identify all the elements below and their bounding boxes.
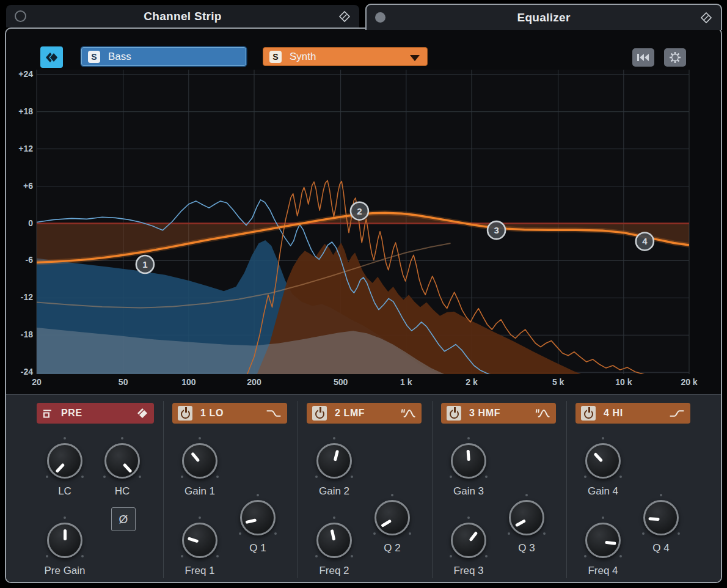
db-tick-label: +24	[7, 69, 33, 79]
phase-invert-label: Ø	[119, 513, 128, 526]
q-label: Q 2	[356, 542, 429, 554]
tab-equalizer[interactable]: Equalizer	[365, 4, 722, 30]
equalizer-window: Channel Strip Equalizer S Bass S Synth	[0, 0, 727, 588]
q-label: Q 4	[624, 542, 698, 554]
band-section-1: 1 LO Gain 1 Freq 1	[166, 395, 301, 582]
band-power-button[interactable]	[581, 406, 596, 421]
preset-diamond-icon[interactable]	[136, 407, 148, 419]
freq-label: Freq 1	[163, 565, 236, 577]
pre-header[interactable]: PRE	[37, 403, 154, 424]
frequency-tick-label: 10 k	[604, 377, 643, 387]
band-section-4: 4 HI Gain 4 Freq 4	[569, 395, 704, 582]
svg-text:2: 2	[357, 206, 362, 216]
gain-label: Gain 1	[163, 485, 236, 498]
freq-label: Freq 4	[566, 565, 640, 577]
pre-gain-label: Pre Gain	[28, 565, 101, 577]
frequency-tick-label: 2 k	[452, 377, 491, 387]
q-knob[interactable]	[637, 493, 685, 542]
eq-band-handle-4[interactable]: 4	[636, 232, 654, 250]
frequency-tick-label: 200	[235, 377, 274, 387]
eq-band-handle-1[interactable]: 1	[136, 255, 154, 273]
band-header-label: 2 LMF	[335, 408, 365, 419]
frequency-tick-label: 500	[321, 377, 360, 387]
q-knob[interactable]	[368, 493, 417, 542]
band-header-label: 1 LO	[200, 408, 224, 419]
pre-gain-knob[interactable]	[40, 516, 89, 565]
band-header[interactable]: 1 LO	[172, 403, 287, 424]
gain-label: Gain 4	[566, 485, 640, 498]
hc-label: HC	[86, 485, 159, 498]
gain-label: Gain 3	[432, 485, 505, 498]
band-power-button[interactable]	[178, 406, 192, 421]
db-tick-label: 0	[7, 218, 33, 228]
band-section-3: 3 HMF Gain 3 Freq 3	[435, 395, 569, 582]
filter-type-icon[interactable]	[266, 408, 282, 419]
gain-knob[interactable]	[579, 436, 627, 485]
gain-knob[interactable]	[444, 436, 493, 485]
band-header-label: 3 HMF	[469, 408, 500, 419]
frequency-tick-label: 5 k	[539, 377, 578, 387]
q-label: Q 3	[490, 542, 563, 554]
tab-channel-strip[interactable]: Channel Strip	[6, 5, 359, 28]
db-tick-label: -12	[7, 292, 33, 302]
gain-knob[interactable]	[175, 436, 224, 485]
db-tick-label: -24	[7, 367, 33, 377]
band-header-label: 4 HI	[604, 408, 623, 419]
equalizer-panel: S Bass S Synth	[5, 28, 722, 583]
q-label: Q 1	[221, 542, 294, 554]
svg-text:4: 4	[642, 236, 648, 246]
eq-band-handle-2[interactable]: 2	[351, 202, 368, 220]
gain-label: Gain 2	[298, 485, 371, 498]
freq-label: Freq 3	[432, 565, 505, 577]
band-power-button[interactable]	[447, 406, 461, 421]
gain-knob[interactable]	[310, 436, 359, 485]
band-power-button[interactable]	[312, 406, 327, 421]
band-header[interactable]: 3 HMF	[441, 403, 556, 424]
freq-knob[interactable]	[579, 516, 627, 565]
hc-knob[interactable]	[98, 436, 147, 485]
freq-knob[interactable]	[175, 516, 224, 565]
pre-header-label: PRE	[61, 408, 82, 419]
svg-text:1: 1	[142, 259, 147, 270]
band-header[interactable]: 4 HI	[575, 403, 690, 424]
db-tick-label: -6	[7, 255, 33, 265]
freq-knob[interactable]	[310, 516, 359, 565]
tab-channel-strip-label: Channel Strip	[6, 10, 359, 23]
pre-filter-icon	[42, 409, 53, 418]
phase-invert-button[interactable]: Ø	[111, 507, 136, 531]
eq-controls-section: PRE LC HC Ø	[6, 394, 721, 582]
frequency-tick-label: 20	[17, 377, 56, 387]
db-tick-label: +6	[7, 181, 33, 191]
filter-type-icon[interactable]	[535, 408, 550, 419]
frequency-tick-label: 50	[104, 377, 143, 387]
filter-type-icon[interactable]	[669, 408, 685, 419]
band-header[interactable]: 2 LMF	[307, 403, 422, 424]
svg-text:3: 3	[494, 225, 499, 235]
q-knob[interactable]	[233, 493, 282, 542]
frequency-tick-label: 1 k	[387, 377, 426, 387]
frequency-tick-label: 100	[169, 377, 208, 387]
eq-band-handle-3[interactable]: 3	[488, 221, 505, 239]
frequency-tick-label: 20 k	[670, 377, 709, 387]
lc-knob[interactable]	[40, 436, 89, 485]
freq-label: Freq 2	[298, 565, 371, 577]
q-knob[interactable]	[502, 493, 551, 542]
filter-type-icon[interactable]	[400, 408, 416, 419]
tab-equalizer-label: Equalizer	[367, 11, 721, 24]
freq-knob[interactable]	[444, 516, 493, 565]
db-tick-label: +18	[7, 106, 33, 116]
db-tick-label: -18	[7, 329, 33, 339]
band-section-2: 2 LMF Gain 2 Freq 2	[301, 395, 435, 582]
db-tick-label: +12	[7, 144, 33, 153]
